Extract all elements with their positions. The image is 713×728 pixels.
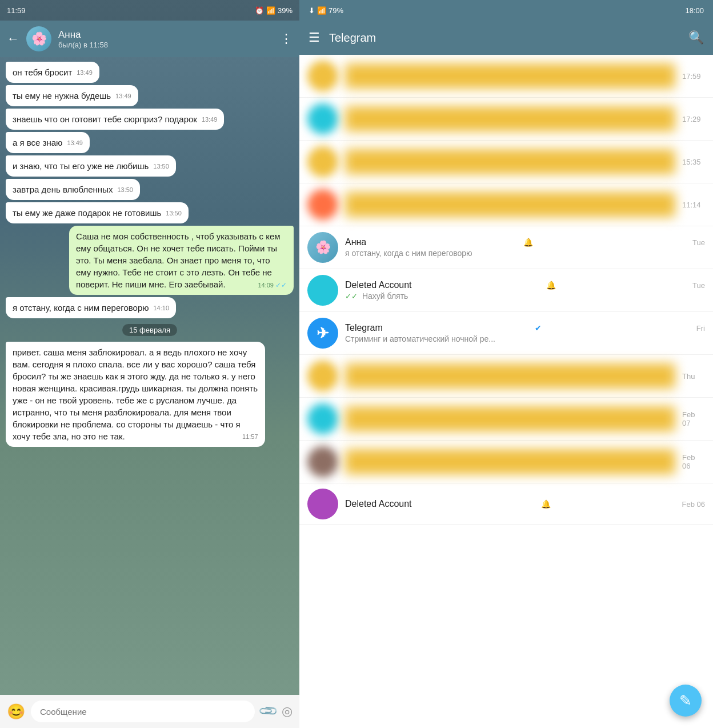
status-icons-left: ⏰ 📶 39% <box>255 6 293 15</box>
wifi-icon-right: 📶 <box>317 6 326 15</box>
avatar-blurred <box>307 103 338 134</box>
battery-left: 39% <box>278 6 293 15</box>
message-1: он тебя бросит 13:49 <box>6 62 99 83</box>
message-2: ты ему не нужна будешь 13:49 <box>6 85 138 106</box>
blurred-content <box>345 192 675 217</box>
chat-time: Thu <box>682 372 705 381</box>
avatar-blurred <box>307 403 338 434</box>
list-item[interactable]: 11:14 <box>299 183 713 226</box>
header-name: Анна <box>58 29 273 41</box>
status-icons-right: ⬇ 📶 79% <box>309 6 343 15</box>
list-item[interactable]: 17:29 <box>299 98 713 141</box>
input-area: 😊 📎 ◎ <box>0 695 299 728</box>
chat-time: 17:59 <box>682 72 705 81</box>
message-3: знаешь что он готовит тебе сюрприз? пода… <box>6 109 224 130</box>
list-item[interactable]: Feb 07 <box>299 398 713 441</box>
avatar-blurred <box>307 361 338 391</box>
mute-icon: 🔔 <box>541 499 551 509</box>
message-11: привет. саша меня заблокировал. а я ведь… <box>6 342 265 447</box>
chat-name: Анна <box>345 237 366 247</box>
list-item[interactable]: Feb 06 <box>299 441 713 483</box>
status-time-left: 11:59 <box>7 6 26 15</box>
chat-time: Feb 07 <box>682 410 705 427</box>
hamburger-button[interactable]: ☰ <box>309 30 320 45</box>
chat-name: Telegram <box>345 323 383 333</box>
chat-content: Анна 🔔 Tue я отстану, когда с ним перего… <box>345 237 705 258</box>
header-status: был(а) в 11:58 <box>58 41 273 49</box>
alarm-icon: ⏰ <box>255 6 264 15</box>
chat-time: Feb 06 <box>682 453 705 470</box>
status-time-right: 18:00 <box>685 6 704 15</box>
chat-item-anna[interactable]: 🌸 Анна 🔔 Tue я отстану, когда с ним пере… <box>299 226 713 269</box>
wifi-icon: 📶 <box>266 6 275 15</box>
download-icon: ⬇ <box>309 6 315 15</box>
chat-preview: ✓✓ Нахуй блять <box>345 291 705 301</box>
left-panel: 11:59 ⏰ 📶 39% ← 🌸 Анна был(а) в 11:58 ⋮ … <box>0 0 299 728</box>
back-button[interactable]: ← <box>7 31 19 46</box>
battery-right: 79% <box>329 6 343 15</box>
message-9: я отстану, когда с ним переговорю 14:10 <box>6 297 176 318</box>
messages-area[interactable]: он тебя бросит 13:49 ты ему не нужна буд… <box>0 57 299 695</box>
blurred-content <box>345 106 675 131</box>
message-7: ты ему же даже подарок не готовишь 13:50 <box>6 202 189 223</box>
header-info: Анна был(а) в 11:58 <box>58 29 273 49</box>
chat-item-deleted-2[interactable]: Deleted Account 🔔 Feb 06 <box>299 483 713 525</box>
mute-icon: 🔔 <box>546 281 556 290</box>
chat-time: Tue <box>692 281 705 290</box>
message-4: а я все знаю 13:49 <box>6 132 90 153</box>
chat-preview: Стриминг и автоматический ночной ре... <box>345 334 705 343</box>
chat-list[interactable]: 17:59 17:29 15:35 11:14 🌸 <box>299 55 713 728</box>
chat-time: Tue <box>692 238 705 247</box>
menu-button[interactable]: ⋮ <box>280 31 293 46</box>
chat-time: 15:35 <box>682 158 705 166</box>
avatar-blurred <box>307 189 338 220</box>
chat-name: Deleted Account <box>345 499 412 509</box>
status-bar-left: 11:59 ⏰ 📶 39% <box>0 0 299 21</box>
avatar <box>307 275 338 306</box>
app-title: Telegram <box>329 31 679 45</box>
chat-content: Deleted Account 🔔 Feb 06 <box>345 499 705 509</box>
blurred-content <box>345 63 675 89</box>
chat-item-deleted-1[interactable]: Deleted Account 🔔 Tue ✓✓ Нахуй блять <box>299 269 713 312</box>
avatar-blurred <box>307 61 338 91</box>
emoji-button[interactable]: 😊 <box>7 703 25 721</box>
right-panel: ⬇ 📶 79% 18:00 ☰ Telegram 🔍 17:59 17:29 <box>299 0 713 728</box>
chat-top: Deleted Account 🔔 Tue <box>345 280 705 290</box>
chat-top: Deleted Account 🔔 Feb 06 <box>345 499 705 509</box>
verified-icon: ✔ <box>535 323 542 333</box>
chat-name: Deleted Account <box>345 280 412 290</box>
list-item[interactable]: 15:35 <box>299 141 713 183</box>
search-button[interactable]: 🔍 <box>688 30 704 45</box>
message-8: Саша не моя собственность , чтоб указыва… <box>69 226 294 295</box>
blurred-content <box>345 449 675 474</box>
compose-fab-button[interactable]: ✎ <box>670 685 702 717</box>
chat-time: Feb 06 <box>682 500 705 509</box>
mute-icon: 🔔 <box>523 238 533 247</box>
camera-button[interactable]: ◎ <box>282 704 293 719</box>
chat-top: Анна 🔔 Tue <box>345 237 705 247</box>
blurred-content <box>345 406 675 431</box>
chat-content: Deleted Account 🔔 Tue ✓✓ Нахуй блять <box>345 280 705 301</box>
message-6: завтра день влюбленных 13:50 <box>6 179 140 200</box>
compose-icon: ✎ <box>679 692 692 710</box>
avatar <box>307 489 338 519</box>
chat-time: 17:29 <box>682 115 705 123</box>
status-bar-right: ⬇ 📶 79% 18:00 <box>299 0 713 21</box>
message-5: и знаю, что ты его уже не любишь 13:50 <box>6 155 176 177</box>
read-ticks: ✓✓ <box>345 292 358 301</box>
chat-item-telegram[interactable]: ✈ Telegram ✔ Fri Стриминг и автоматическ… <box>299 312 713 355</box>
chat-content: Telegram ✔ Fri Стриминг и автоматический… <box>345 323 705 343</box>
avatar-blurred <box>307 146 338 177</box>
chat-avatar: 🌸 <box>26 26 51 51</box>
app-header: ☰ Telegram 🔍 <box>299 21 713 55</box>
avatar-blurred <box>307 446 338 477</box>
date-divider: 15 февраля <box>122 324 177 336</box>
message-input[interactable] <box>31 701 255 722</box>
list-item[interactable]: 17:59 <box>299 55 713 98</box>
chat-header: ← 🌸 Анна был(а) в 11:58 ⋮ <box>0 21 299 57</box>
blurred-content <box>345 149 675 174</box>
chat-preview: я отстану, когда с ним переговорю <box>345 249 705 258</box>
attach-button[interactable]: 📎 <box>258 701 279 722</box>
chat-time: 11:14 <box>682 201 705 209</box>
list-item[interactable]: Thu <box>299 355 713 398</box>
